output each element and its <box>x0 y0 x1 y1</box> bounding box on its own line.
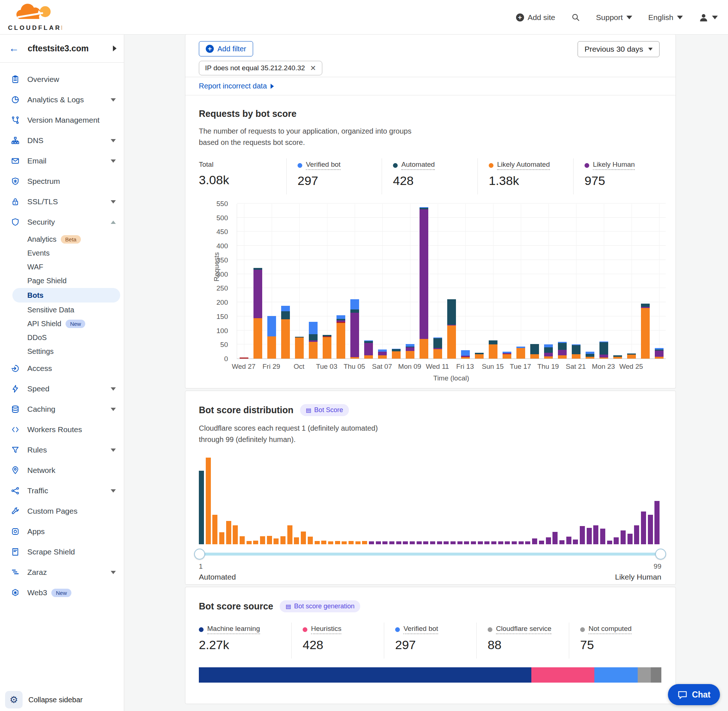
stat-value: 2.27k <box>199 638 291 652</box>
language-label: English <box>648 13 673 22</box>
y-axis-tick: 550 <box>202 200 228 208</box>
sidebar-subitem-ddos[interactable]: DDoS <box>0 330 124 344</box>
stat-label: Verified bot <box>395 625 438 634</box>
slider-track[interactable] <box>199 553 662 556</box>
requests-title: Requests by bot score <box>199 109 662 119</box>
chevron-right-icon[interactable] <box>113 46 117 51</box>
sidebar-subitem-settings[interactable]: Settings <box>0 344 124 358</box>
sidebar-subitem-analytics[interactable]: AnalyticsBeta <box>0 232 124 246</box>
language-menu[interactable]: English <box>648 13 683 22</box>
bar-segment-automated <box>586 354 594 357</box>
support-label: Support <box>596 13 623 22</box>
sidebar-item-version-management[interactable]: Version Management <box>0 110 124 130</box>
filter-chip[interactable]: IP does not equal 35.212.240.32 ✕ <box>199 61 322 75</box>
bar-segment-likely-automated <box>572 354 580 358</box>
app-box-icon <box>11 527 20 536</box>
sidebar-item-traffic[interactable]: Traffic <box>0 481 124 501</box>
sidebar-item-label: Traffic <box>27 486 111 495</box>
sidebar-item-caching[interactable]: Caching <box>0 399 124 419</box>
histogram-bar <box>648 515 653 544</box>
bar-segment-likely-automated <box>364 356 373 358</box>
sidebar-subitem-sensitive-data[interactable]: Sensitive Data <box>0 303 124 317</box>
wrench-icon <box>11 507 20 515</box>
stat-label-text: Likely Automated <box>497 161 550 170</box>
sidebar-item-email[interactable]: Email <box>0 151 124 171</box>
gear-icon[interactable]: ⚙ <box>5 691 22 708</box>
lightning-icon <box>11 385 20 393</box>
sidebar-item-apps[interactable]: Apps <box>0 521 124 542</box>
sidebar-subitem-bots[interactable]: Bots <box>12 288 120 302</box>
chevron-down-icon <box>111 571 116 574</box>
sidebar-item-label: Custom Pages <box>27 507 116 515</box>
histogram-bar <box>273 538 279 544</box>
y-axis-label: Requests <box>213 252 221 282</box>
histogram-bar <box>498 541 503 544</box>
shield-star-icon <box>11 177 20 186</box>
bar-segment-likely-human <box>378 352 387 356</box>
distribution-desc-1: Cloudflare scores each request 1 (defini… <box>199 424 378 432</box>
sidebar-item-analytics-logs[interactable]: Analytics & Logs <box>0 90 124 110</box>
sidebar-subitem-page-shield[interactable]: Page Shield <box>0 274 124 288</box>
slider-handle-max[interactable] <box>655 549 666 559</box>
sidebar-item-ssl-tls[interactable]: SSL/TLS <box>0 192 124 212</box>
sidebar-item-workers-routes[interactable]: Workers Routes <box>0 419 124 440</box>
bar-segment-likely-automated <box>447 326 456 358</box>
stat-value: 1.38k <box>489 174 573 188</box>
bar-segment-likely-automated <box>337 323 345 358</box>
back-arrow-icon[interactable]: ← <box>9 43 19 53</box>
sidebar-item-scrape-shield[interactable]: Scrape Shield <box>0 542 124 562</box>
report-incorrect-data-link[interactable]: Report incorrect data <box>199 82 274 90</box>
cloudflare-logo[interactable]: CLOUDFLARE <box>7 2 62 33</box>
histogram-bar <box>607 541 612 544</box>
bar-segment-verified-bot <box>309 322 317 334</box>
account-menu[interactable] <box>699 13 718 22</box>
histogram-bar <box>478 541 483 544</box>
histogram-bar <box>253 541 258 544</box>
sidebar-nav: OverviewAnalytics & LogsVersion Manageme… <box>0 63 124 603</box>
sidebar-item-dns[interactable]: DNS <box>0 130 124 151</box>
stat-label-text: Verified bot <box>306 161 341 170</box>
v-gridline <box>465 204 466 358</box>
cloudflare-dashboard: CLOUDFLARE + Add site Support English <box>0 0 728 711</box>
chevron-down-icon <box>712 16 718 19</box>
sidebar-item-access[interactable]: Access <box>0 358 124 379</box>
support-menu[interactable]: Support <box>596 13 633 22</box>
stacked-bars-icon <box>11 568 20 577</box>
sidebar-item-spectrum[interactable]: Spectrum <box>0 171 124 192</box>
chart-bar <box>530 344 539 358</box>
chat-button[interactable]: Chat <box>668 684 720 705</box>
requests-chart: 050100150200250300350400450500550Wed 27F… <box>199 204 662 339</box>
sidebar-subitem-api-shield[interactable]: API ShieldNew <box>0 317 124 330</box>
slider-handle-min[interactable] <box>194 549 205 559</box>
bot-score-generation-badge[interactable]: ▤ Bot score generation <box>280 600 360 612</box>
sidebar-item-label: DNS <box>27 136 111 145</box>
add-filter-button[interactable]: + Add filter <box>199 41 253 56</box>
sidebar-subitem-waf[interactable]: WAF <box>0 260 124 274</box>
sidebar-item-speed[interactable]: Speed <box>0 379 124 399</box>
sidebar-item-security[interactable]: Security <box>0 212 124 232</box>
add-site-button[interactable]: + Add site <box>516 13 555 22</box>
date-range-selector[interactable]: Previous 30 days <box>577 41 660 57</box>
chart-bar <box>475 353 484 358</box>
sidebar-item-zaraz[interactable]: Zaraz <box>0 562 124 583</box>
top-header: CLOUDFLARE + Add site Support English <box>0 0 728 35</box>
chevron-down-icon <box>111 408 116 411</box>
sidebar-subitem-events[interactable]: Events <box>0 246 124 260</box>
close-icon[interactable]: ✕ <box>310 64 316 72</box>
chart-bar <box>586 352 594 358</box>
sidebar-item-rules[interactable]: Rules <box>0 440 124 460</box>
search-icon[interactable] <box>571 13 580 22</box>
histogram-bar <box>410 541 415 544</box>
y-axis-tick: 0 <box>202 355 228 363</box>
gridline <box>237 274 666 274</box>
collapse-sidebar-button[interactable]: Collapse sidebar <box>28 696 83 704</box>
sidebar-item-overview[interactable]: Overview <box>0 69 124 90</box>
sidebar-item-custom-pages[interactable]: Custom Pages <box>0 501 124 521</box>
sidebar-item-network[interactable]: Network <box>0 460 124 481</box>
chart-bar <box>406 344 415 358</box>
legend-dot-icon <box>580 627 585 632</box>
bot-score-badge[interactable]: ▤ Bot Score <box>300 404 349 416</box>
sidebar-item-web3[interactable]: Web3New <box>0 583 124 603</box>
histogram-bar <box>287 525 292 544</box>
chevron-down-icon <box>626 16 632 19</box>
